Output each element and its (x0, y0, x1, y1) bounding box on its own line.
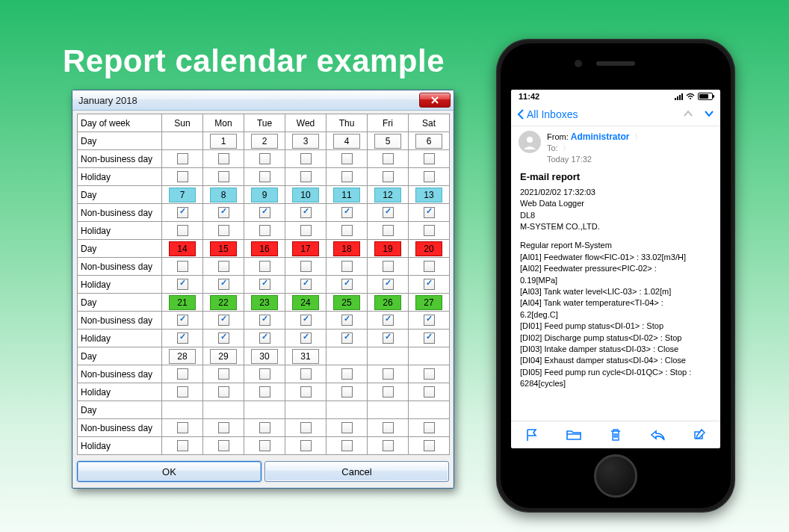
holiday-checkbox-cell[interactable] (162, 222, 203, 240)
holiday-checkbox-cell[interactable] (327, 276, 368, 294)
day-cell[interactable]: 28 (162, 347, 203, 365)
checkbox[interactable] (383, 171, 394, 182)
checkbox[interactable] (424, 153, 435, 164)
day-cell[interactable]: 6 (409, 132, 450, 150)
checkbox[interactable] (218, 171, 229, 182)
holiday-checkbox-cell[interactable] (203, 437, 244, 455)
nbd-checkbox-cell[interactable] (285, 419, 327, 437)
holiday-checkbox-cell[interactable] (244, 168, 285, 186)
holiday-checkbox-cell[interactable] (368, 330, 409, 347)
checkbox[interactable] (259, 315, 270, 326)
day-cell[interactable] (244, 401, 285, 419)
day-cell[interactable]: 23 (244, 294, 285, 312)
avatar[interactable] (519, 131, 541, 153)
checkbox[interactable] (177, 440, 188, 451)
checkbox[interactable] (177, 207, 188, 218)
holiday-checkbox-cell[interactable] (162, 276, 203, 294)
checkbox[interactable] (341, 422, 353, 433)
holiday-checkbox-cell[interactable] (244, 276, 285, 294)
checkbox[interactable] (259, 207, 270, 218)
day-cell[interactable]: 3 (285, 132, 327, 150)
checkbox[interactable] (218, 440, 229, 451)
day-cell[interactable] (368, 401, 409, 419)
checkbox[interactable] (177, 368, 188, 380)
checkbox[interactable] (300, 368, 312, 380)
nbd-checkbox-cell[interactable] (244, 258, 285, 276)
holiday-checkbox-cell[interactable] (368, 383, 409, 401)
checkbox[interactable] (177, 332, 188, 344)
checkbox[interactable] (341, 153, 353, 164)
holiday-checkbox-cell[interactable] (368, 276, 409, 294)
nbd-checkbox-cell[interactable] (368, 419, 409, 437)
nbd-checkbox-cell[interactable] (244, 419, 285, 437)
day-cell[interactable]: 2 (244, 132, 285, 150)
checkbox[interactable] (300, 207, 312, 218)
checkbox[interactable] (259, 171, 270, 182)
checkbox[interactable] (259, 261, 270, 272)
nbd-checkbox-cell[interactable] (285, 150, 327, 168)
checkbox[interactable] (259, 279, 270, 290)
checkbox[interactable] (259, 422, 270, 433)
checkbox[interactable] (341, 225, 353, 236)
holiday-checkbox-cell[interactable] (203, 222, 244, 240)
checkbox[interactable] (218, 225, 229, 236)
holiday-checkbox-cell[interactable] (203, 383, 244, 401)
holiday-checkbox-cell[interactable] (285, 222, 327, 240)
day-cell[interactable]: 16 (244, 240, 285, 258)
day-cell[interactable] (368, 347, 409, 365)
nbd-checkbox-cell[interactable] (327, 312, 368, 330)
holiday-checkbox-cell[interactable] (327, 383, 368, 401)
holiday-checkbox-cell[interactable] (327, 222, 368, 240)
checkbox[interactable] (218, 368, 229, 380)
checkbox[interactable] (341, 440, 353, 451)
nbd-checkbox-cell[interactable] (409, 150, 450, 168)
checkbox[interactable] (424, 261, 435, 272)
checkbox[interactable] (300, 171, 312, 182)
day-cell[interactable]: 20 (409, 240, 450, 258)
nbd-checkbox-cell[interactable] (203, 204, 244, 222)
day-cell[interactable]: 31 (285, 347, 327, 365)
holiday-checkbox-cell[interactable] (285, 383, 327, 401)
holiday-checkbox-cell[interactable] (203, 276, 244, 294)
day-cell[interactable]: 13 (409, 186, 450, 204)
checkbox[interactable] (341, 171, 353, 182)
holiday-checkbox-cell[interactable] (327, 168, 368, 186)
checkbox[interactable] (218, 422, 229, 433)
checkbox[interactable] (383, 207, 394, 218)
checkbox[interactable] (218, 386, 229, 398)
cancel-button[interactable]: Cancel (264, 461, 449, 482)
holiday-checkbox-cell[interactable] (368, 437, 409, 455)
holiday-checkbox-cell[interactable] (409, 276, 450, 294)
checkbox[interactable] (177, 171, 188, 182)
day-cell[interactable]: 9 (244, 186, 285, 204)
checkbox[interactable] (300, 315, 312, 326)
day-cell[interactable] (327, 401, 368, 419)
nbd-checkbox-cell[interactable] (162, 365, 203, 383)
day-cell[interactable]: 30 (244, 347, 285, 365)
day-cell[interactable]: 18 (327, 240, 368, 258)
day-cell[interactable]: 11 (327, 186, 368, 204)
checkbox[interactable] (300, 225, 312, 236)
nbd-checkbox-cell[interactable] (285, 258, 327, 276)
holiday-checkbox-cell[interactable] (409, 330, 450, 347)
day-cell[interactable]: 4 (327, 132, 368, 150)
nbd-checkbox-cell[interactable] (244, 312, 285, 330)
day-cell[interactable]: 17 (285, 240, 327, 258)
day-cell[interactable] (285, 401, 327, 419)
holiday-checkbox-cell[interactable] (368, 222, 409, 240)
checkbox[interactable] (424, 386, 435, 398)
checkbox[interactable] (259, 386, 270, 398)
back-button[interactable]: All Inboxes (517, 108, 578, 120)
nbd-checkbox-cell[interactable] (203, 365, 244, 383)
day-cell[interactable]: 1 (203, 132, 244, 150)
nbd-checkbox-cell[interactable] (327, 204, 368, 222)
checkbox[interactable] (300, 279, 312, 290)
trash-button[interactable] (609, 427, 622, 442)
nbd-checkbox-cell[interactable] (327, 365, 368, 383)
checkbox[interactable] (259, 153, 270, 164)
holiday-checkbox-cell[interactable] (162, 330, 203, 347)
checkbox[interactable] (218, 261, 229, 272)
day-cell[interactable]: 25 (327, 294, 368, 312)
checkbox[interactable] (383, 332, 394, 344)
checkbox[interactable] (424, 422, 435, 433)
